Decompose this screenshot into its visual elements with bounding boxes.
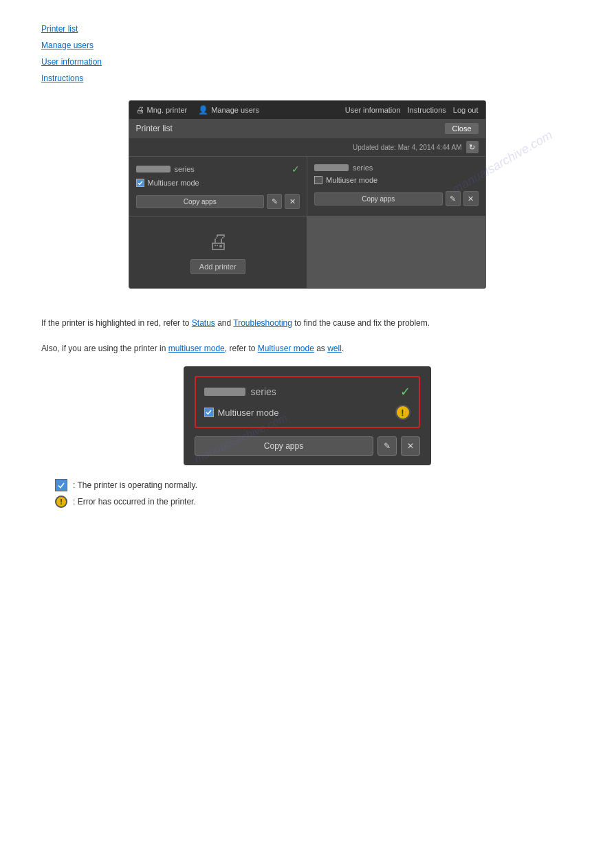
instructions-link[interactable]: Instructions [408,106,446,114]
printer-1-edit-button[interactable]: ✎ [267,194,282,209]
big-multiuser-left: Multiuser mode [204,408,279,418]
well-link[interactable]: well [327,344,342,353]
top-links-container: Printer list Manage users User informati… [41,21,573,87]
add-printer-card: 🖨 Add printer [129,216,307,288]
description-text-2: Also, if you are using the printer in mu… [41,342,573,357]
printer-grid: series ✓ Multiuser mode Copy apps ✎ ✕ [129,156,485,288]
big-printer-series: series [251,386,276,397]
user-info-link[interactable]: User information [345,106,401,114]
printer-2-multiuser-checkbox[interactable] [314,176,322,184]
legend-warning-text: : Error has occurred in the printer. [73,497,196,507]
refresh-button[interactable]: ↻ [466,141,479,153]
troubleshooting-link[interactable]: Troubleshooting [233,318,292,328]
link-manage-users[interactable]: Manage users [41,37,94,54]
mng-printer-nav[interactable]: 🖨 Mng. printer [136,105,188,115]
big-multiuser-row: Multiuser mode ! [204,405,410,420]
big-copy-apps-button[interactable]: Copy apps [195,436,373,456]
printer-2-multiuser-label: Multiuser mode [326,176,377,184]
printer-2-actions: Copy apps ✎ ✕ [314,191,479,206]
printer-1-actions: Copy apps ✎ ✕ [136,194,300,209]
printer-card-2: series Multiuser mode Copy apps ✎ ✕ [307,157,485,216]
printer-2-multiuser-row: Multiuser mode [314,176,479,184]
printer-management-ui: 🖨 Mng. printer 👤 Manage users User infor… [129,100,486,289]
link-instructions[interactable]: Instructions [41,70,83,87]
big-printer-card: series ✓ Multiuser mode ! Copy apps ✎ ✕ [184,366,431,465]
printer-2-copy-apps-button[interactable]: Copy apps [314,192,443,205]
close-button[interactable]: Close [445,123,478,134]
printer-1-multiuser-label: Multiuser mode [148,179,199,187]
multiuser-mode-link[interactable]: multiuser mode [168,344,225,353]
legend-check-icon [55,479,67,491]
printer-1-copy-apps-button[interactable]: Copy apps [136,195,265,208]
printer-1-check-icon: ✓ [292,164,300,175]
nav-right: User information Instructions Log out [345,106,479,114]
printer-nav-icon: 🖨 [136,105,144,115]
big-multiuser-label: Multiuser mode [218,408,279,418]
big-card-highlight: series ✓ Multiuser mode ! [195,376,420,428]
updated-date-text: Updated date: Mar 4, 2014 4:44 AM [353,144,461,151]
link-printer-list[interactable]: Printer list [41,21,78,37]
status-link[interactable]: Status [192,318,215,328]
legend-item-check: : The printer is operating normally. [55,479,573,491]
mng-printer-label: Mng. printer [147,106,188,114]
add-printer-button[interactable]: Add printer [190,259,245,274]
printer-1-name-blurred [136,166,171,173]
big-card-header: series ✓ [204,384,410,399]
legend-warning-icon: ! [55,496,67,508]
nav-header: 🖨 Mng. printer 👤 Manage users User infor… [129,101,485,119]
big-check-icon: ✓ [400,384,410,399]
big-printer-name-blurred [204,388,245,396]
multiuser-mode-link-2[interactable]: Multiuser mode [258,344,314,353]
logout-link[interactable]: Log out [453,106,479,114]
big-printer-name: series [204,386,276,397]
manage-users-nav[interactable]: 👤 Manage users [198,105,259,115]
icon-legend: : The printer is operating normally. ! :… [41,479,573,508]
big-delete-button[interactable]: ✕ [401,436,420,456]
updated-bar: Updated date: Mar 4, 2014 4:44 AM ↻ [129,138,485,156]
big-card-actions: Copy apps ✎ ✕ [195,436,420,456]
printer-card-1: series ✓ Multiuser mode Copy apps ✎ ✕ [129,157,307,216]
printer-card-1-header: series ✓ [136,164,300,175]
printer-1-series: series [175,165,195,173]
big-edit-button[interactable]: ✎ [377,436,397,456]
users-nav-icon: 👤 [198,105,208,115]
link-user-info[interactable]: User information [41,54,102,70]
printer-1-delete-button[interactable]: ✕ [285,194,300,209]
printer-2-delete-button[interactable]: ✕ [463,191,479,206]
printer-card-2-header: series [314,164,479,172]
printer-1-multiuser-row: Multiuser mode [136,179,300,187]
description-text-1: If the printer is highlighted in red, re… [41,316,573,331]
printer-1-name: series [136,165,195,173]
printer-2-edit-button[interactable]: ✎ [446,191,461,206]
printer-1-multiuser-checkbox[interactable] [136,179,144,187]
legend-item-warning: ! : Error has occurred in the printer. [55,496,573,508]
add-printer-icon: 🖨 [208,230,228,254]
nav-left: 🖨 Mng. printer 👤 Manage users [136,105,259,115]
printer-2-series: series [353,164,373,172]
legend-check-text: : The printer is operating normally. [73,480,197,490]
big-printer-card-wrapper: series ✓ Multiuser mode ! Copy apps ✎ ✕ [41,366,573,465]
big-multiuser-checkbox[interactable] [204,408,214,417]
printer-2-name-blurred [314,164,349,171]
warning-icon: ! [395,405,410,420]
printer-list-header: Printer list Close [129,119,485,138]
manage-users-label: Manage users [211,106,259,114]
printer-2-name: series [314,164,373,172]
printer-list-title: Printer list [136,124,173,133]
